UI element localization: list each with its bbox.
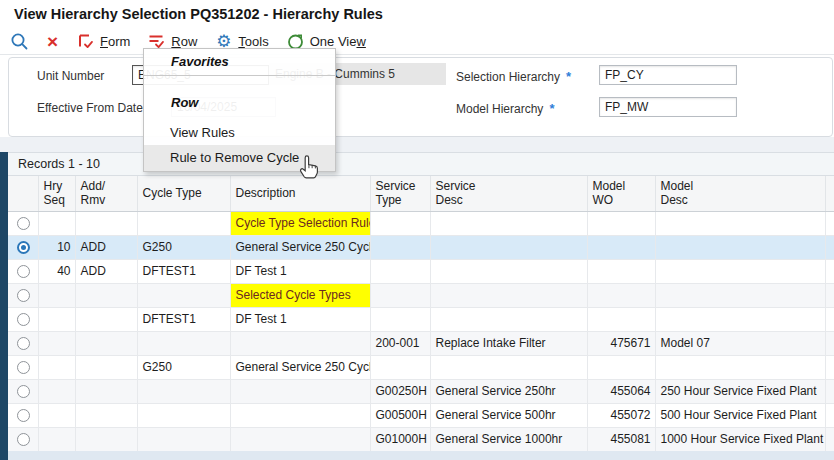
grid-cell-service-desc[interactable] <box>430 235 587 259</box>
grid-cell-cycle-type[interactable]: DFTEST1 <box>137 259 230 283</box>
grid-cell-add-rmv[interactable] <box>75 307 137 331</box>
grid-cell-cycle-type[interactable] <box>137 379 230 403</box>
grid-cell-cycle-type[interactable] <box>137 283 230 307</box>
grid-cell-add-rmv[interactable] <box>75 211 137 235</box>
grid-cell-model-wo[interactable] <box>587 259 655 283</box>
grid-cell-model-wo[interactable] <box>587 211 655 235</box>
grid-cell-model-desc[interactable] <box>655 283 825 307</box>
grid-cell-hry-seq[interactable] <box>38 355 75 379</box>
grid-cell-add-rmv[interactable] <box>75 427 137 451</box>
grid-cell-model-wo[interactable]: 475671 <box>587 331 655 355</box>
grid-cell-model-wo[interactable] <box>587 355 655 379</box>
grid-cell-model-desc[interactable]: 250 Hour Service Fixed Plant <box>655 379 825 403</box>
grid-cell-hry-seq[interactable] <box>38 211 75 235</box>
grid-cell-hry-seq[interactable] <box>38 403 75 427</box>
row-radio[interactable] <box>17 241 30 254</box>
grid-cell-hry-seq[interactable]: 40 <box>38 259 75 283</box>
selection-hierarchy-input[interactable] <box>599 65 737 85</box>
column-header-model-desc[interactable]: ModelDesc <box>655 176 825 211</box>
row-radio[interactable] <box>17 361 30 374</box>
table-row[interactable]: 200-001 Replace Intake Filter 475671 Mod… <box>8 331 834 355</box>
column-header-hry-seq[interactable]: HrySeq <box>38 176 75 211</box>
grid-cell-cycle-type[interactable] <box>137 403 230 427</box>
grid-cell-service-type[interactable] <box>370 355 430 379</box>
grid-cell-description[interactable]: Selected Cycle Types <box>230 283 370 307</box>
grid-cell-service-desc[interactable] <box>430 211 587 235</box>
grid-cell-service-desc[interactable] <box>430 355 587 379</box>
grid-cell-hry-seq[interactable] <box>38 427 75 451</box>
grid-cell-hry-seq[interactable]: 10 <box>38 235 75 259</box>
row-radio[interactable] <box>17 289 30 302</box>
menu-section-row[interactable]: Row <box>171 95 198 110</box>
table-row[interactable]: Selected Cycle Types <box>8 283 834 307</box>
grid-cell-service-desc[interactable] <box>430 259 587 283</box>
grid-cell-model-desc[interactable] <box>655 259 825 283</box>
column-header-cycle-type[interactable]: Cycle Type <box>137 176 230 211</box>
row-radio[interactable] <box>17 385 30 398</box>
grid-cell-hry-seq[interactable] <box>38 307 75 331</box>
grid-cell-service-type[interactable] <box>370 211 430 235</box>
grid-cell-service-type[interactable]: G00500H <box>370 403 430 427</box>
grid-cell-description[interactable] <box>230 403 370 427</box>
table-row[interactable]: 40 ADD DFTEST1 DF Test 1 <box>8 259 834 283</box>
grid-cell-add-rmv[interactable] <box>75 331 137 355</box>
grid-cell-model-wo[interactable]: 455072 <box>587 403 655 427</box>
grid-cell-model-wo[interactable]: 455064 <box>587 379 655 403</box>
grid-cell-service-type[interactable] <box>370 235 430 259</box>
menu-item-view-rules[interactable]: View Rules <box>144 121 335 145</box>
grid-cell-service-type[interactable]: G01000H <box>370 427 430 451</box>
row-radio[interactable] <box>17 433 30 446</box>
grid-cell-cycle-type[interactable] <box>137 211 230 235</box>
grid-cell-service-desc[interactable] <box>430 307 587 331</box>
grid-cell-cycle-type[interactable]: G250 <box>137 355 230 379</box>
grid-cell-description[interactable] <box>230 427 370 451</box>
table-row[interactable]: G01000H General Service 1000hr 455081 10… <box>8 427 834 451</box>
grid-cell-add-rmv[interactable] <box>75 283 137 307</box>
grid-cell-add-rmv[interactable]: ADD <box>75 235 137 259</box>
grid-cell-model-desc[interactable] <box>655 307 825 331</box>
row-radio[interactable] <box>17 337 30 350</box>
column-header-description[interactable]: Description <box>230 176 370 211</box>
grid-cell-model-desc[interactable] <box>655 235 825 259</box>
grid-cell-model-desc[interactable]: 1000 Hour Service Fixed Plant <box>655 427 825 451</box>
column-header-service-type[interactable]: ServiceType <box>370 176 430 211</box>
grid-cell-model-wo[interactable] <box>587 283 655 307</box>
grid-cell-service-desc[interactable]: Replace Intake Filter <box>430 331 587 355</box>
table-row[interactable]: 10 ADD G250 General Service 250 Cycle <box>8 235 834 259</box>
row-radio[interactable] <box>17 409 30 422</box>
grid-cell-model-wo[interactable]: 455081 <box>587 427 655 451</box>
grid-cell-model-wo[interactable] <box>587 235 655 259</box>
row-radio[interactable] <box>17 217 30 230</box>
grid-cell-model-desc[interactable]: 500 Hour Service Fixed Plant <box>655 403 825 427</box>
grid-cell-description[interactable]: Cycle Type Selection Rules <box>230 211 370 235</box>
menu-item-rule-to-remove-cycle[interactable]: Rule to Remove Cycle <box>144 145 335 171</box>
row-radio[interactable] <box>17 265 30 278</box>
column-header-model-wo[interactable]: ModelWO <box>587 176 655 211</box>
grid-cell-service-desc[interactable]: General Service 1000hr <box>430 427 587 451</box>
cancel-button[interactable]: × <box>43 32 62 51</box>
grid-cell-service-desc[interactable]: General Service 500hr <box>430 403 587 427</box>
grid-cell-add-rmv[interactable]: ADD <box>75 259 137 283</box>
grid-cell-cycle-type[interactable]: DFTEST1 <box>137 307 230 331</box>
grid-cell-service-type[interactable] <box>370 259 430 283</box>
grid-cell-service-desc[interactable] <box>430 283 587 307</box>
table-row[interactable]: G00500H General Service 500hr 455072 500… <box>8 403 834 427</box>
table-row[interactable]: G250 General Service 250 Cycle <box>8 355 834 379</box>
grid-cell-model-desc[interactable]: Model 07 <box>655 331 825 355</box>
row-radio[interactable] <box>17 313 30 326</box>
grid-cell-service-type[interactable]: 200-001 <box>370 331 430 355</box>
table-row[interactable]: Cycle Type Selection Rules <box>8 211 834 235</box>
grid-cell-hry-seq[interactable] <box>38 331 75 355</box>
grid-cell-service-type[interactable] <box>370 307 430 331</box>
grid-cell-model-desc[interactable] <box>655 211 825 235</box>
grid-cell-cycle-type[interactable] <box>137 331 230 355</box>
menu-section-favorites[interactable]: Favorites <box>171 54 229 69</box>
grid-cell-service-type[interactable] <box>370 283 430 307</box>
grid-cell-service-type[interactable]: G00250H <box>370 379 430 403</box>
grid-cell-description[interactable]: DF Test 1 <box>230 307 370 331</box>
grid-cell-add-rmv[interactable] <box>75 403 137 427</box>
grid-cell-model-wo[interactable] <box>587 307 655 331</box>
grid-cell-description[interactable] <box>230 331 370 355</box>
grid-cell-hry-seq[interactable] <box>38 283 75 307</box>
grid-cell-hry-seq[interactable] <box>38 379 75 403</box>
